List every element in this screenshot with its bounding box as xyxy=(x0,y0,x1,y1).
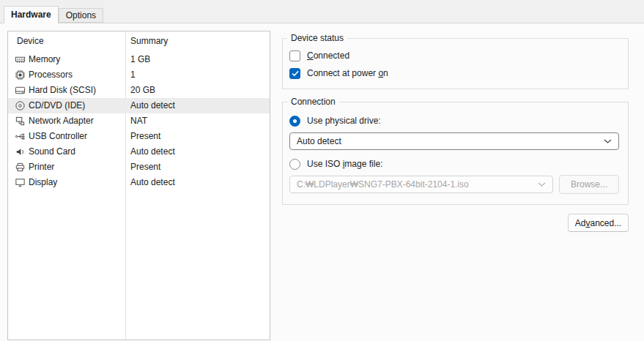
tab-options[interactable]: Options xyxy=(59,8,103,23)
device-column-header: Device xyxy=(17,31,44,50)
tab-bar: Hardware Options xyxy=(4,6,103,23)
printer-icon xyxy=(15,162,26,173)
device-name: Sound Card xyxy=(29,144,75,160)
device-status-group-title: Device status xyxy=(287,33,347,43)
device-list-header: Device Summary xyxy=(8,31,270,50)
device-summary: NAT xyxy=(130,113,147,129)
device-name: Hard Disk (SCSI) xyxy=(29,83,96,98)
connected-label[interactable]: Connected xyxy=(307,50,349,61)
device-name: CD/DVD (IDE) xyxy=(29,98,85,113)
device-status-group xyxy=(282,38,629,89)
device-summary: 20 GB xyxy=(130,83,155,98)
device-name: Display xyxy=(29,175,57,190)
usb-icon xyxy=(15,131,26,142)
device-row-usb-controller[interactable]: USB Controller Present xyxy=(8,129,270,144)
device-row-display[interactable]: Display Auto detect xyxy=(8,175,270,190)
device-name: Network Adapter xyxy=(29,113,94,129)
device-name: Memory xyxy=(29,52,60,67)
physical-drive-value: Auto detect xyxy=(297,136,341,146)
device-name: Processors xyxy=(29,67,73,83)
connected-checkbox[interactable] xyxy=(289,50,300,61)
device-list: Device Summary Memory 1 GB xyxy=(7,31,270,340)
tab-hardware[interactable]: Hardware xyxy=(4,6,59,23)
device-row-printer[interactable]: Printer Present xyxy=(8,160,270,175)
browse-button[interactable]: Browse... xyxy=(559,175,619,194)
vm-settings-dialog: Hardware Options Device Summary Memory 1… xyxy=(0,0,644,341)
device-summary: Present xyxy=(130,160,160,175)
iso-image-path-value: C:₩LDPlayer₩SNG7-PBX-64bit-2104-1.iso xyxy=(297,179,469,190)
connect-at-power-on-label[interactable]: Connect at power on xyxy=(307,68,388,79)
chevron-down-icon xyxy=(538,182,546,187)
use-iso-image-label[interactable]: Use ISO image file: xyxy=(307,159,382,170)
use-physical-drive-label[interactable]: Use physical drive: xyxy=(307,116,381,127)
cd-dvd-icon xyxy=(15,100,26,111)
use-iso-image-radio[interactable] xyxy=(289,159,300,170)
device-summary: Auto detect xyxy=(130,175,175,190)
device-summary: Auto detect xyxy=(130,144,175,160)
device-rows: Memory 1 GB Processors 1 xyxy=(8,52,270,190)
memory-icon xyxy=(15,54,26,65)
device-row-memory[interactable]: Memory 1 GB xyxy=(8,52,270,67)
chevron-down-icon xyxy=(604,139,612,143)
hard-disk-icon xyxy=(15,85,26,96)
processor-icon xyxy=(15,70,26,80)
display-icon xyxy=(15,177,26,188)
iso-image-path-select[interactable]: C:₩LDPlayer₩SNG7-PBX-64bit-2104-1.iso xyxy=(289,176,553,193)
device-name: Printer xyxy=(29,160,54,175)
device-summary: Auto detect xyxy=(130,98,175,113)
device-row-hard-disk[interactable]: Hard Disk (SCSI) 20 GB xyxy=(8,83,270,98)
device-row-network-adapter[interactable]: Network Adapter NAT xyxy=(8,113,270,129)
device-row-processors[interactable]: Processors 1 xyxy=(8,67,270,83)
device-row-cd-dvd[interactable]: CD/DVD (IDE) Auto detect xyxy=(8,98,270,113)
connect-at-power-on-checkbox[interactable] xyxy=(289,68,300,79)
summary-column-header: Summary xyxy=(130,31,168,50)
physical-drive-select[interactable]: Auto detect xyxy=(289,132,619,150)
device-summary: 1 xyxy=(130,67,136,83)
device-row-sound-card[interactable]: Sound Card Auto detect xyxy=(8,144,270,160)
connection-group-title: Connection xyxy=(287,97,339,107)
device-name: USB Controller xyxy=(29,129,87,144)
network-adapter-icon xyxy=(15,116,26,127)
use-physical-drive-radio[interactable] xyxy=(289,116,300,127)
device-summary: 1 GB xyxy=(130,52,150,67)
device-summary: Present xyxy=(130,129,160,144)
advanced-button[interactable]: Advanced... xyxy=(568,214,629,232)
sound-icon xyxy=(15,146,26,157)
